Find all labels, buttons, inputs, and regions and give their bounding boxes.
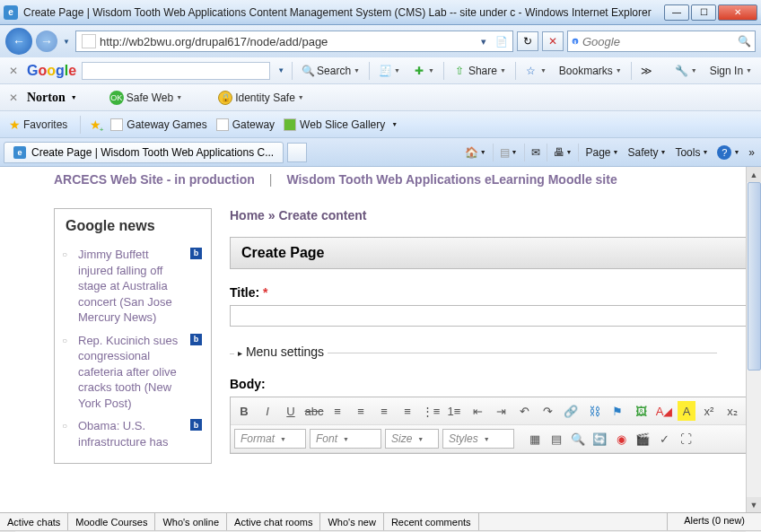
norton-identity-button[interactable]: 🔒Identity Safe▼: [214, 89, 308, 107]
safeweb-ok-icon: OK: [109, 91, 124, 105]
favlink-gateway-games[interactable]: Gateway Games: [110, 118, 206, 131]
news-item[interactable]: Rep. Kucinich sues congressional cafeter…: [74, 329, 202, 415]
feeds-button[interactable]: ▤▼: [497, 144, 520, 161]
mail-button[interactable]: ✉: [529, 144, 543, 161]
btab-moodle-courses[interactable]: Moodle Courses: [68, 513, 155, 530]
home-button[interactable]: 🏠▼: [462, 144, 489, 161]
editor-textcolor[interactable]: A◢: [654, 401, 674, 421]
back-button[interactable]: ←: [5, 28, 32, 55]
editor-align-right[interactable]: ≡: [374, 401, 394, 421]
editor-image[interactable]: 🖼: [631, 401, 651, 421]
url-input[interactable]: [100, 35, 475, 48]
editor-source[interactable]: ▤: [547, 429, 566, 449]
btab-active-chat-rooms[interactable]: Active chat rooms: [227, 513, 320, 530]
google-search-dropdown[interactable]: ▼: [276, 66, 286, 74]
editor-size-dropdown[interactable]: Size▼: [385, 429, 439, 449]
favlink-gateway[interactable]: Gateway: [216, 118, 275, 131]
editor-number-list[interactable]: 1≡: [444, 401, 464, 421]
btab-active-chats[interactable]: Active chats: [0, 513, 68, 530]
editor-media[interactable]: 🎬: [633, 429, 652, 449]
editor-italic-button[interactable]: I: [258, 401, 277, 421]
editor-subscript[interactable]: x₂: [722, 401, 742, 421]
menu-settings-fieldset[interactable]: – ▸Menu settings ———————————————————————…: [230, 344, 747, 359]
google-bookmarks-button[interactable]: Bookmarks▼: [555, 63, 625, 79]
new-tab-button[interactable]: [287, 143, 307, 162]
editor-align-center[interactable]: ≡: [351, 401, 371, 421]
norton-close-icon[interactable]: ✕: [5, 92, 22, 104]
page-menu-button[interactable]: Page▼: [582, 144, 621, 161]
tools-menu-button[interactable]: Tools▼: [672, 144, 711, 161]
editor-styles-dropdown[interactable]: Styles▼: [442, 429, 514, 449]
editor-format-dropdown[interactable]: Format▼: [234, 429, 306, 449]
editor-outdent[interactable]: ⇤: [468, 401, 487, 421]
nav-history-dropdown[interactable]: ▼: [61, 38, 72, 46]
editor-spellcheck[interactable]: ✓: [654, 429, 674, 449]
news-item[interactable]: Obama: U.S. infrastructure hasb: [74, 414, 202, 453]
compat-view-icon[interactable]: 📄: [493, 32, 511, 50]
maximize-button[interactable]: ☐: [691, 4, 716, 21]
scroll-down-icon[interactable]: ▼: [747, 497, 761, 512]
scroll-up-icon[interactable]: ▲: [747, 167, 761, 182]
page-tab[interactable]: e Create Page | Wisdom Tooth Web Applica…: [4, 142, 284, 163]
vertical-scrollbar[interactable]: ▲ ▼: [746, 167, 761, 512]
editor-undo[interactable]: ↶: [514, 401, 534, 421]
editor-bold-button[interactable]: B: [234, 401, 254, 421]
editor-flash[interactable]: ◉: [611, 429, 631, 449]
news-item[interactable]: Jimmy Buffett injured falling off stage …: [74, 243, 202, 329]
google-settings-button[interactable]: 🔧▼: [672, 63, 701, 79]
editor-superscript[interactable]: x²: [699, 401, 719, 421]
google-bookmark-button[interactable]: ☆▼: [521, 63, 550, 79]
search-input[interactable]: [582, 35, 734, 48]
breadcrumb-home[interactable]: Home: [230, 208, 265, 222]
scroll-thumb[interactable]: [748, 182, 761, 371]
address-bar[interactable]: ▾ 📄: [75, 31, 513, 52]
close-button[interactable]: ✕: [718, 4, 757, 21]
editor-link[interactable]: 🔗: [561, 401, 581, 421]
favorites-button[interactable]: ★Favorites: [5, 116, 71, 134]
search-bar[interactable]: g 🔍: [567, 31, 756, 52]
print-button[interactable]: 🖶▼: [551, 144, 575, 161]
editor-indent[interactable]: ⇥: [491, 401, 511, 421]
google-expand-button[interactable]: ≫: [637, 63, 656, 79]
editor-fullscreen[interactable]: ⛶: [676, 429, 695, 449]
google-search-input[interactable]: [82, 62, 270, 80]
editor-align-left[interactable]: ≡: [328, 401, 347, 421]
editor-bullet-list[interactable]: ⋮≡: [421, 401, 441, 421]
google-signin-button[interactable]: Sign In▼: [706, 63, 756, 79]
add-favorite-icon[interactable]: ★+: [90, 118, 101, 132]
btab-whos-new[interactable]: Who's new: [320, 513, 383, 530]
btab-whos-online[interactable]: Who's online: [155, 513, 227, 530]
help-button[interactable]: ?▼: [714, 144, 742, 161]
minimize-button[interactable]: —: [664, 4, 689, 21]
refresh-button[interactable]: ↻: [517, 31, 538, 51]
favlink-web-slice[interactable]: Web Slice Gallery▼: [284, 118, 398, 131]
google-share-button[interactable]: ⇧Share▼: [450, 63, 510, 79]
search-go-icon[interactable]: 🔍: [738, 35, 751, 48]
toplink-moodle[interactable]: Wisdom Tooth Web Applications eLearning …: [286, 172, 617, 187]
expand-chevron[interactable]: »: [746, 144, 757, 161]
editor-strike-button[interactable]: abc: [304, 401, 324, 421]
btab-recent-comments[interactable]: Recent comments: [384, 513, 479, 530]
editor-font-dropdown[interactable]: Font▼: [310, 429, 381, 449]
editor-underline-button[interactable]: U: [281, 401, 301, 421]
stop-button[interactable]: ✕: [542, 31, 564, 51]
editor-bgcolor[interactable]: A: [678, 401, 695, 421]
toplink-arcecs[interactable]: ARCECS Web Site - in production: [54, 172, 255, 187]
toolbar-close-icon[interactable]: ✕: [5, 65, 22, 77]
editor-align-justify[interactable]: ≡: [398, 401, 417, 421]
norton-safeweb-button[interactable]: OKSafe Web▼: [106, 89, 186, 107]
addr-dropdown[interactable]: ▾: [475, 32, 493, 50]
editor-anchor[interactable]: ⚑: [608, 401, 627, 421]
alerts-tab[interactable]: Alerts (0 new): [667, 513, 761, 530]
google-search-button[interactable]: 🔍Search▼: [298, 63, 363, 79]
editor-redo[interactable]: ↷: [538, 401, 557, 421]
safety-menu-button[interactable]: Safety▼: [625, 144, 669, 161]
editor-find[interactable]: 🔍: [568, 429, 588, 449]
editor-unlink[interactable]: ⛓: [584, 401, 604, 421]
editor-table[interactable]: ▦: [525, 429, 545, 449]
forward-button[interactable]: →: [36, 31, 57, 52]
editor-replace[interactable]: 🔄: [590, 429, 609, 449]
title-input[interactable]: [230, 305, 747, 327]
google-sidewiki-button[interactable]: 🧾▼: [375, 63, 404, 79]
google-more-button[interactable]: ✚▼: [409, 63, 438, 79]
